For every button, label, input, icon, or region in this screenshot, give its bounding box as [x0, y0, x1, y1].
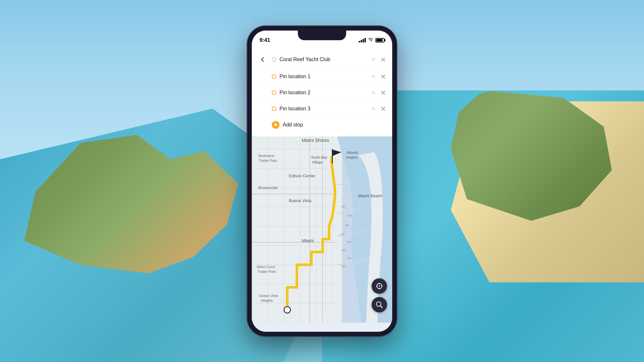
destination-row: Coral Reef Yacht Club ≡ — [252, 51, 392, 69]
stop-2-dot — [272, 90, 276, 95]
svg-text:0m: 0m — [347, 240, 351, 244]
wifi-icon — [368, 37, 374, 43]
svg-point-42 — [284, 307, 290, 313]
stop-1-label[interactable]: Pin location 1 — [279, 74, 367, 79]
svg-text:0m: 0m — [348, 214, 352, 217]
stop-row-1: Pin location 1 ≡ — [252, 69, 392, 85]
stop-3-close-button[interactable] — [379, 105, 387, 113]
add-stop-row[interactable]: Add stop — [252, 117, 392, 133]
phone-notch — [298, 31, 346, 40]
map-area[interactable]: 0m 0m 0m 0m 0m 0m 0m 0m Miami Shores Nor… — [252, 121, 392, 332]
svg-text:Trailer Park: Trailer Park — [259, 159, 277, 162]
map-svg: 0m 0m 0m 0m 0m 0m 0m 0m Miami Shores Nor… — [252, 121, 392, 332]
svg-text:0m: 0m — [341, 249, 346, 252]
svg-text:Miami Beach: Miami Beach — [358, 193, 382, 198]
stop-1-drag-handle[interactable]: ≡ — [371, 74, 376, 79]
back-button[interactable] — [257, 54, 269, 65]
signal-bar-4 — [365, 38, 366, 42]
search-button[interactable] — [372, 297, 387, 312]
svg-text:Miami Shores: Miami Shores — [302, 138, 329, 143]
destination-drag-handle[interactable]: ≡ — [371, 57, 376, 62]
svg-text:Ocean View: Ocean View — [259, 294, 278, 298]
stop-row-2: Pin location 2 ≡ — [252, 85, 392, 101]
stop-3-dot — [272, 107, 276, 111]
svg-text:Trailer Park: Trailer Park — [258, 270, 276, 274]
svg-text:Buena Vista: Buena Vista — [289, 198, 312, 203]
svg-text:0m: 0m — [341, 205, 346, 208]
status-time: 9:41 — [260, 37, 270, 43]
svg-point-44 — [379, 285, 380, 287]
destination-label[interactable]: Coral Reef Yacht Club — [279, 57, 367, 62]
svg-text:Northwest: Northwest — [258, 154, 274, 158]
stop-2-label[interactable]: Pin location 2 — [279, 90, 367, 96]
svg-text:Miami: Miami — [302, 238, 314, 243]
status-icons — [359, 37, 384, 43]
svg-text:Village: Village — [312, 160, 323, 164]
svg-text:Atlantic: Atlantic — [347, 151, 359, 154]
phone-screen: 9:41 — [252, 31, 392, 332]
add-stop-icon — [272, 121, 279, 129]
battery-icon — [375, 38, 384, 42]
phone-frame: 9:41 — [248, 27, 396, 336]
route-panel: Coral Reef Yacht Club ≡ Pin location 1 ≡ — [252, 47, 392, 136]
signal-bars — [359, 38, 366, 42]
destination-close-button[interactable] — [379, 56, 387, 63]
crosshair-button[interactable] — [372, 278, 387, 294]
svg-text:North Bay: North Bay — [311, 155, 327, 159]
svg-text:Brownsville: Brownsville — [258, 186, 278, 190]
stop-1-close-button[interactable] — [379, 73, 387, 80]
stop-3-drag-handle[interactable]: ≡ — [371, 106, 376, 112]
stop-2-drag-handle[interactable]: ≡ — [371, 90, 376, 96]
stop-1-dot — [272, 74, 276, 79]
stop-2-close-button[interactable] — [379, 89, 387, 97]
battery-fill — [376, 39, 383, 42]
destination-dot — [272, 57, 276, 62]
map-controls — [372, 278, 387, 312]
svg-text:Silver Court: Silver Court — [257, 265, 275, 269]
add-stop-label: Add stop — [283, 122, 303, 128]
svg-text:0m: 0m — [347, 256, 352, 260]
svg-text:Edison Center: Edison Center — [289, 173, 316, 178]
signal-bar-2 — [361, 40, 362, 42]
svg-text:Heights: Heights — [261, 299, 273, 302]
svg-text:0m: 0m — [341, 233, 345, 236]
signal-bar-3 — [363, 39, 364, 42]
svg-text:0m: 0m — [345, 224, 349, 227]
signal-bar-1 — [359, 41, 360, 42]
svg-text:0m: 0m — [342, 265, 346, 268]
stop-row-3: Pin location 3 ≡ — [252, 101, 392, 117]
svg-line-50 — [380, 306, 382, 308]
stop-3-label[interactable]: Pin location 3 — [279, 106, 367, 112]
svg-text:Heights: Heights — [346, 155, 358, 159]
